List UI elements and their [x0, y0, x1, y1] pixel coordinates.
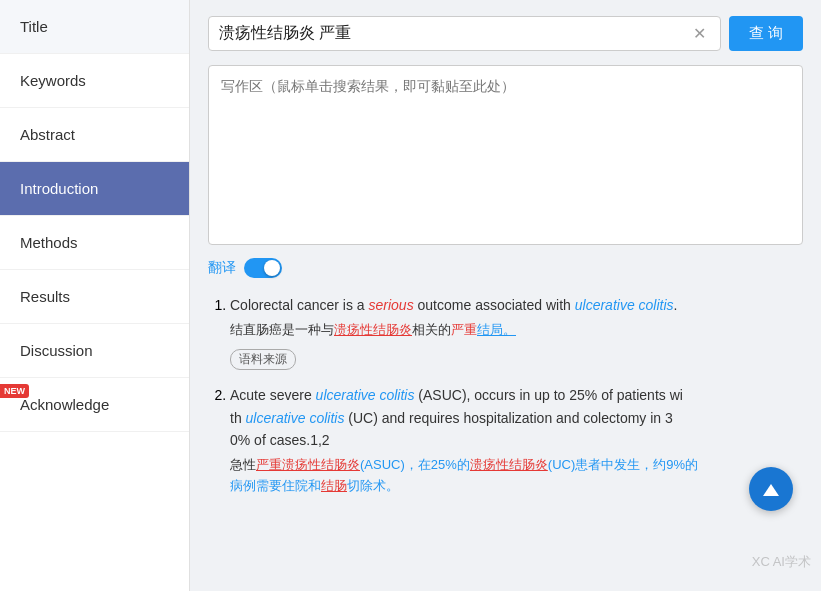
result-2-cn-colon: 结肠	[321, 478, 347, 493]
sidebar-item-acknowledge[interactable]: Acknowledge	[0, 378, 189, 432]
result-1-serious: serious	[369, 297, 414, 313]
translate-label: 翻译	[208, 259, 236, 277]
sidebar-item-abstract[interactable]: Abstract	[0, 108, 189, 162]
result-item-1: Colorectal cancer is a serious outcome a…	[230, 294, 803, 370]
translate-row: 翻译	[208, 258, 803, 278]
sidebar-item-results[interactable]: Results	[0, 270, 189, 324]
translate-toggle[interactable]	[244, 258, 282, 278]
result-1-en: Colorectal cancer is a serious outcome a…	[230, 294, 803, 316]
clear-button[interactable]: ✕	[689, 24, 710, 43]
toggle-thumb	[264, 260, 280, 276]
result-item-2: Acute severe ulcerative colitis (ASUC), …	[230, 384, 803, 497]
search-button[interactable]: 查 询	[729, 16, 803, 51]
source-tag-1[interactable]: 语料来源	[230, 349, 296, 370]
sidebar-item-label: Title	[20, 18, 48, 35]
watermark: XC AI学术	[752, 553, 811, 571]
main-content: 溃疡性结肠炎 严重 ✕ 查 询 翻译 Colorectal cancer is …	[190, 0, 821, 591]
result-2-uc1: ulcerative colitis	[316, 387, 415, 403]
result-1-cn-serious: 严重	[451, 322, 477, 337]
sidebar-item-label: Keywords	[20, 72, 86, 89]
scroll-up-button[interactable]	[749, 467, 793, 511]
result-1-cn-uc: 溃疡性结肠炎	[334, 322, 412, 337]
result-2-cn-uc2: 溃疡性结肠炎	[470, 457, 548, 472]
sidebar-item-label: Methods	[20, 234, 78, 251]
sidebar-item-label: Introduction	[20, 180, 98, 197]
result-2-cn-asuc: (ASUC)，在25%的	[360, 457, 470, 472]
writing-area[interactable]	[208, 65, 803, 245]
result-1-cn-end: 结局。	[477, 322, 516, 337]
sidebar-item-introduction[interactable]: Introduction	[0, 162, 189, 216]
search-input-wrap: 溃疡性结肠炎 严重 ✕	[208, 16, 721, 51]
result-2-cn-surgery: 切除术。	[347, 478, 399, 493]
search-query-text: 溃疡性结肠炎 严重	[219, 23, 689, 44]
sidebar-item-label: Results	[20, 288, 70, 305]
result-2-cn: 急性严重溃疡性结肠炎(ASUC)，在25%的溃疡性结肠炎(UC)患者中发生，约9…	[230, 455, 803, 497]
sidebar-item-keywords[interactable]: Keywords	[0, 54, 189, 108]
sidebar-item-label: Discussion	[20, 342, 93, 359]
result-1-cn: 结直肠癌是一种与溃疡性结肠炎相关的严重结局。	[230, 320, 803, 341]
sidebar-item-label: Abstract	[20, 126, 75, 143]
sidebar-item-title[interactable]: Title	[0, 0, 189, 54]
result-1-uc1: ulcerative colitis	[575, 297, 674, 313]
search-bar: 溃疡性结肠炎 严重 ✕ 查 询	[208, 16, 803, 51]
sidebar-item-label: Acknowledge	[20, 396, 109, 413]
result-2-cn-severe: 严重溃疡性结肠炎	[256, 457, 360, 472]
results-list: Colorectal cancer is a serious outcome a…	[208, 294, 803, 497]
result-2-en: Acute severe ulcerative colitis (ASUC), …	[230, 384, 803, 451]
sidebar-item-discussion[interactable]: Discussion	[0, 324, 189, 378]
result-2-uc2: ulcerative colitis	[246, 410, 345, 426]
sidebar-item-methods[interactable]: Methods	[0, 216, 189, 270]
sidebar: Title Keywords Abstract Introduction Met…	[0, 0, 190, 591]
